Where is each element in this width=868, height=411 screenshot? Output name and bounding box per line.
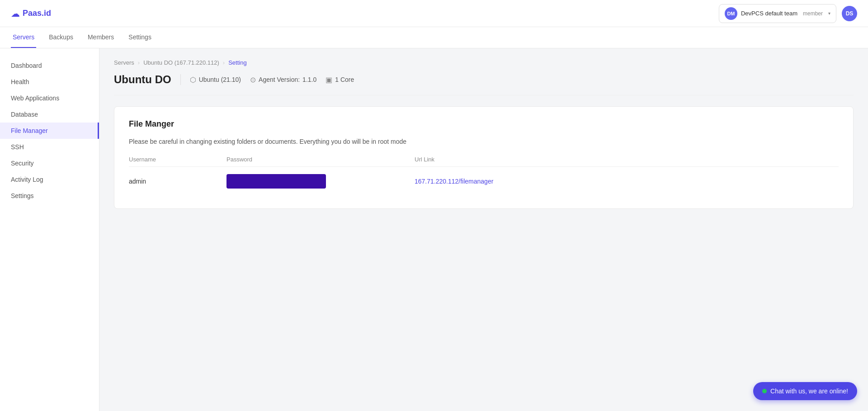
sidebar-item-dashboard[interactable]: Dashboard: [0, 57, 99, 74]
sidebar-item-file-manager[interactable]: File Manager: [0, 123, 99, 139]
col-username: Username: [129, 156, 219, 163]
chat-button[interactable]: Chat with us, we are online!: [753, 382, 857, 400]
main-content: Servers › Ubuntu DO (167.71.220.112) › S…: [99, 48, 868, 411]
tab-navigation: Servers Backups Members Settings: [0, 27, 868, 48]
server-os-meta: ⬡ Ubuntu (21.10): [190, 76, 241, 84]
agent-icon: ⊙: [250, 76, 256, 84]
layers-icon: ⬡: [190, 76, 196, 84]
breadcrumb-sep-1: ›: [138, 59, 140, 66]
online-indicator: [762, 389, 767, 393]
tab-servers[interactable]: Servers: [11, 27, 36, 48]
sidebar-item-settings[interactable]: Settings: [0, 188, 99, 204]
header-divider: [180, 74, 181, 85]
breadcrumb-current: Setting: [228, 59, 246, 66]
cloud-icon: ☁: [11, 8, 20, 19]
server-cores: 1 Core: [335, 76, 354, 83]
page-title: Ubuntu DO: [114, 73, 171, 86]
chat-label: Chat with us, we are online!: [770, 387, 848, 395]
file-manager-warning: Please be careful in changing existing f…: [129, 138, 839, 145]
page-header: Ubuntu DO ⬡ Ubuntu (21.10) ⊙ Agent Versi…: [114, 73, 854, 95]
team-name: DevPCS default team: [741, 10, 797, 17]
table-row: admin 167.71.220.112/filemanager: [129, 167, 839, 196]
col-url: Url Link: [415, 156, 839, 163]
tab-members[interactable]: Members: [86, 27, 116, 48]
file-manager-table: Username Password Url Link admin 167.71.…: [129, 156, 839, 196]
tab-backups[interactable]: Backups: [47, 27, 75, 48]
cell-password: [226, 174, 407, 189]
file-manager-title: File Manger: [129, 119, 839, 129]
sidebar: Dashboard Health Web Applications Databa…: [0, 48, 99, 411]
cell-url: 167.71.220.112/filemanager: [415, 178, 839, 185]
table-header: Username Password Url Link: [129, 156, 839, 167]
cpu-icon: ▣: [326, 76, 332, 84]
breadcrumb-servers[interactable]: Servers: [114, 59, 134, 66]
server-cores-meta: ▣ 1 Core: [326, 76, 354, 84]
sidebar-item-database[interactable]: Database: [0, 106, 99, 123]
sidebar-item-security[interactable]: Security: [0, 155, 99, 171]
server-os: Ubuntu (21.10): [199, 76, 241, 83]
agent-version: 1.1.0: [302, 76, 316, 83]
sidebar-item-health[interactable]: Health: [0, 74, 99, 90]
sidebar-item-activity-log[interactable]: Activity Log: [0, 171, 99, 188]
breadcrumb: Servers › Ubuntu DO (167.71.220.112) › S…: [114, 59, 854, 66]
url-link[interactable]: 167.71.220.112/filemanager: [415, 178, 493, 185]
navbar: ☁ Paas.id DM DevPCS default team member …: [0, 0, 868, 27]
tab-settings[interactable]: Settings: [127, 27, 153, 48]
brand-name: Paas.id: [23, 9, 51, 18]
team-role: member: [803, 10, 823, 17]
chevron-down-icon: ▾: [828, 11, 830, 16]
col-password: Password: [226, 156, 407, 163]
sidebar-item-web-applications[interactable]: Web Applications: [0, 90, 99, 106]
team-avatar: DM: [725, 7, 737, 20]
main-layout: Dashboard Health Web Applications Databa…: [0, 48, 868, 411]
team-selector[interactable]: DM DevPCS default team member ▾: [719, 4, 836, 23]
breadcrumb-server-name[interactable]: Ubuntu DO (167.71.220.112): [143, 59, 219, 66]
cell-username: admin: [129, 178, 219, 185]
brand-logo[interactable]: ☁ Paas.id: [11, 8, 51, 19]
user-avatar[interactable]: DS: [842, 6, 857, 21]
file-manager-card: File Manger Please be careful in changin…: [114, 106, 854, 209]
agent-version-label: Agent Version:: [259, 76, 300, 83]
breadcrumb-sep-2: ›: [223, 59, 225, 66]
server-agent-meta: ⊙ Agent Version: 1.1.0: [250, 76, 316, 84]
sidebar-item-ssh[interactable]: SSH: [0, 139, 99, 155]
navbar-right: DM DevPCS default team member ▾ DS: [719, 4, 857, 23]
password-masked: [226, 174, 326, 189]
